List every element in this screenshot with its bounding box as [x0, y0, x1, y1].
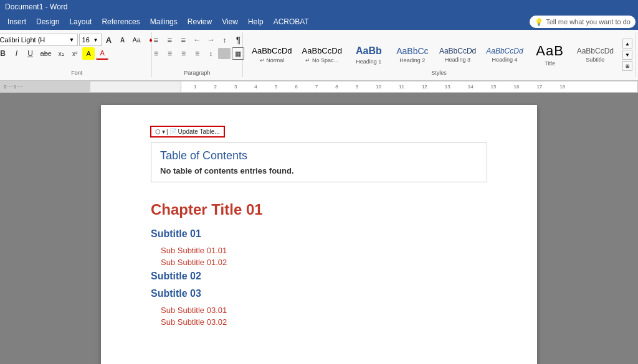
style-heading2-preview: AaBbCc — [396, 46, 428, 57]
multilevel-button[interactable]: ≡ — [177, 34, 189, 46]
style-heading2[interactable]: AaBbCc Heading 2 — [391, 45, 434, 65]
decrease-indent-button[interactable]: ← — [191, 34, 203, 46]
style-heading4-preview: AaBbCcDd — [486, 47, 523, 55]
style-heading1-label: Heading 1 — [356, 58, 381, 65]
style-no-spacing-preview: AaBbCcDd — [302, 46, 342, 56]
styles-scroll-down[interactable]: ▼ — [622, 50, 632, 60]
tell-me-text: Tell me what you want to do — [546, 18, 631, 26]
underline-button[interactable]: U — [24, 47, 37, 60]
style-heading1-preview: AaBb — [356, 45, 382, 57]
numbering-button[interactable]: ≡ — [163, 34, 176, 46]
menu-layout[interactable]: Layout — [64, 16, 97, 27]
justify-button[interactable]: ≡ — [191, 47, 203, 60]
menu-acrobat[interactable]: ACROBAT — [269, 16, 314, 27]
style-title[interactable]: AaB Title — [528, 42, 572, 68]
toc-empty-message: No table of contents entries found. — [160, 166, 478, 175]
font-group-label: Font — [2, 70, 151, 76]
font-group: Calibri Light (H ▼ 16 ▼ A A Aa ♦ B I U — [2, 32, 152, 77]
toc-toolbar: ⬡ ▾ | 📄 Update Table... — [150, 126, 225, 138]
toc-handle-button[interactable]: ⬡ — [155, 128, 161, 135]
update-table-label: Update Table... — [178, 128, 220, 135]
superscript-button[interactable]: x² — [69, 47, 81, 60]
size-dropdown-icon[interactable]: ▼ — [93, 37, 98, 43]
subtitle-02: Subtitle 02 — [151, 271, 487, 282]
style-title-label: Title — [545, 60, 555, 67]
style-heading2-label: Heading 2 — [399, 57, 425, 63]
style-heading1[interactable]: AaBb Heading 1 — [347, 44, 391, 65]
menu-references[interactable]: References — [97, 16, 145, 27]
toc-update-button[interactable]: 📄 Update Table... — [169, 128, 220, 135]
increase-font-button[interactable]: A — [103, 34, 115, 46]
style-normal[interactable]: AaBbCcDd ↵ Normal — [247, 45, 297, 65]
menu-review[interactable]: Review — [183, 16, 217, 27]
style-title-preview: AaB — [536, 43, 564, 59]
update-table-icon: 📄 — [169, 128, 177, 135]
menu-bar: Insert Design Layout References Mailings… — [0, 14, 638, 30]
sub-subtitle-03-01: Sub Subtitle 03.01 — [161, 306, 487, 315]
ribbon: Calibri Light (H ▼ 16 ▼ A A Aa ♦ B I U — [0, 30, 638, 82]
style-subtitle-preview: AaBbCcDd — [577, 47, 614, 55]
style-no-spacing[interactable]: AaBbCcDd ↵ No Spac... — [297, 45, 347, 65]
font-name: Calibri Light (H — [0, 36, 45, 44]
document-area: ⬡ ▾ | 📄 Update Table... Table of Content… — [0, 93, 638, 364]
sort-button[interactable]: ↕ — [218, 34, 231, 46]
chapter-title: Chapter Title 01 — [151, 201, 487, 218]
shading-button[interactable] — [218, 48, 231, 59]
increase-indent-button[interactable]: → — [204, 34, 217, 46]
search-icon: 💡 — [535, 18, 543, 26]
style-heading4[interactable]: AaBbCcDd Heading 4 — [481, 45, 528, 64]
menu-view[interactable]: View — [217, 16, 243, 27]
font-selector[interactable]: Calibri Light (H ▼ — [0, 34, 78, 46]
style-heading3-preview: AaBbCcDd — [439, 47, 476, 55]
toc-box: ⬡ ▾ | 📄 Update Table... Table of Content… — [151, 142, 487, 182]
subscript-button[interactable]: x₂ — [55, 47, 67, 60]
menu-mailings[interactable]: Mailings — [145, 16, 183, 27]
tell-me-bar[interactable]: 💡 Tell me what you want to do — [530, 16, 636, 28]
style-subtitle-label: Subtitle — [586, 57, 604, 63]
title-bar: Document1 - Word — [0, 0, 638, 14]
paragraph-group: ≡ ≡ ≡ ← → ↕ ¶ ≡ ≡ ≡ ≡ ↕ ▦ Par — [152, 32, 244, 77]
font-size-selector[interactable]: 16 ▼ — [79, 34, 102, 46]
subtitle-03: Subtitle 03 — [151, 288, 487, 299]
font-dropdown-icon[interactable]: ▼ — [69, 37, 75, 43]
style-no-spacing-label: ↵ No Spac... — [305, 57, 338, 63]
style-normal-label: ↵ Normal — [260, 57, 285, 63]
sub-subtitle-03-02: Sub Subtitle 03.02 — [161, 317, 487, 327]
change-case-button[interactable]: Aa — [130, 34, 143, 46]
font-color-button[interactable]: A — [96, 47, 108, 60]
sub-subtitle-01-01: Sub Subtitle 01.01 — [161, 246, 487, 255]
sub-subtitle-01-02: Sub Subtitle 01.02 — [161, 258, 487, 267]
title-text: Document1 - Word — [5, 2, 67, 11]
toc-title: Table of Contents — [160, 149, 478, 162]
style-heading4-label: Heading 4 — [492, 57, 517, 63]
menu-insert[interactable]: Insert — [2, 16, 31, 27]
bullets-button[interactable]: ≡ — [150, 34, 162, 46]
toc-dropdown-button[interactable]: ▾ — [162, 128, 165, 135]
paragraph-group-label: Paragraph — [152, 70, 243, 76]
align-left-button[interactable]: ≡ — [150, 47, 162, 60]
toc-separator: | — [166, 128, 168, 135]
style-subtitle[interactable]: AaBbCcDd Subtitle — [572, 45, 619, 64]
align-center-button[interactable]: ≡ — [163, 47, 176, 60]
menu-design[interactable]: Design — [31, 16, 64, 27]
align-right-button[interactable]: ≡ — [177, 47, 189, 60]
decrease-font-button[interactable]: A — [117, 34, 129, 46]
styles-group-label: Styles — [243, 70, 635, 76]
highlight-button[interactable]: A — [82, 47, 95, 60]
style-heading3[interactable]: AaBbCcDd Heading 3 — [434, 45, 481, 64]
font-size-value: 16 — [82, 36, 90, 44]
strikethrough-button[interactable]: abc — [38, 47, 54, 60]
styles-scroll-up[interactable]: ▲ — [622, 39, 632, 49]
menu-help[interactable]: Help — [243, 16, 269, 27]
line-spacing-button[interactable]: ↕ — [204, 47, 217, 60]
ruler-inner: 123456789101112131415161718 — [181, 82, 638, 92]
styles-group: AaBbCcDd ↵ Normal AaBbCcDd ↵ No Spac... … — [243, 32, 636, 77]
ruler: ·2·····1····· 12345678910111213141516171… — [0, 82, 638, 93]
subtitle-01: Subtitle 01 — [151, 228, 487, 240]
bold-button[interactable]: B — [0, 47, 9, 60]
style-heading3-label: Heading 3 — [445, 57, 470, 63]
italic-button[interactable]: I — [11, 47, 23, 60]
style-normal-preview: AaBbCcDd — [252, 46, 292, 56]
document-page[interactable]: ⬡ ▾ | 📄 Update Table... Table of Content… — [101, 105, 537, 364]
